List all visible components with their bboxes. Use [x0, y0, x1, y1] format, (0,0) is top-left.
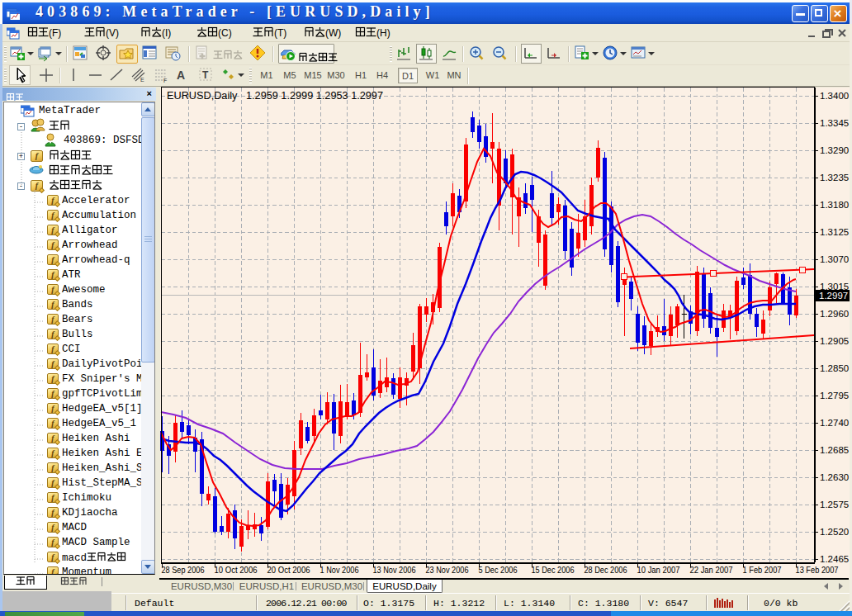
svg-text:1.3070: 1.3070	[820, 254, 849, 264]
svg-text:5 Dec 2006: 5 Dec 2006	[479, 565, 518, 575]
svg-text:10 Oct 2006: 10 Oct 2006	[215, 565, 258, 575]
svg-text:1 Nov 2006: 1 Nov 2006	[320, 565, 359, 575]
svg-text:1.3400: 1.3400	[820, 91, 849, 101]
svg-text:10 Jan 2007: 10 Jan 2007	[637, 565, 680, 575]
svg-text:1.2740: 1.2740	[820, 418, 849, 428]
svg-text:1.3290: 1.3290	[820, 145, 849, 155]
svg-text:1.2685: 1.2685	[820, 445, 849, 455]
svg-text:1.2630: 1.2630	[820, 472, 849, 482]
svg-text:F: F	[163, 78, 167, 83]
svg-text:E: E	[140, 77, 144, 83]
svg-text:1.2795: 1.2795	[820, 391, 849, 400]
svg-text:20 Oct 2006: 20 Oct 2006	[267, 565, 310, 575]
svg-text:28 Dec 2006: 28 Dec 2006	[585, 565, 627, 575]
svg-text:1.2850: 1.2850	[820, 363, 849, 373]
svg-text:1.2575: 1.2575	[820, 500, 849, 509]
svg-text:1 Feb 2007: 1 Feb 2007	[743, 565, 782, 575]
svg-text:1.3235: 1.3235	[820, 173, 849, 182]
svg-text:1.2997: 1.2997	[819, 291, 848, 301]
svg-text:EURUSD,Daily 1.2959 1.2999 1: EURUSD,Daily 1.2959 1.2999 1.2953 1.2997	[167, 90, 383, 102]
svg-text:1.3125: 1.3125	[820, 227, 849, 237]
svg-text:22 Jan 2007: 22 Jan 2007	[690, 565, 733, 575]
svg-text:1.3180: 1.3180	[820, 200, 849, 210]
svg-text:13 Nov 2006: 13 Nov 2006	[373, 565, 416, 575]
svg-text:1.2520: 1.2520	[820, 527, 849, 537]
svg-text:1.2960: 1.2960	[820, 309, 849, 319]
svg-text:1.2905: 1.2905	[820, 336, 849, 346]
svg-text:1.3345: 1.3345	[820, 118, 849, 128]
svg-text:13 Feb 2007: 13 Feb 2007	[796, 565, 839, 575]
svg-text:15 Dec 2006: 15 Dec 2006	[532, 565, 575, 575]
svg-text:23 Nov 2006: 23 Nov 2006	[426, 565, 469, 575]
svg-text:T: T	[202, 69, 209, 81]
svg-text:1.2465: 1.2465	[820, 554, 849, 564]
svg-text:28 Sep 2006: 28 Sep 2006	[162, 565, 205, 575]
